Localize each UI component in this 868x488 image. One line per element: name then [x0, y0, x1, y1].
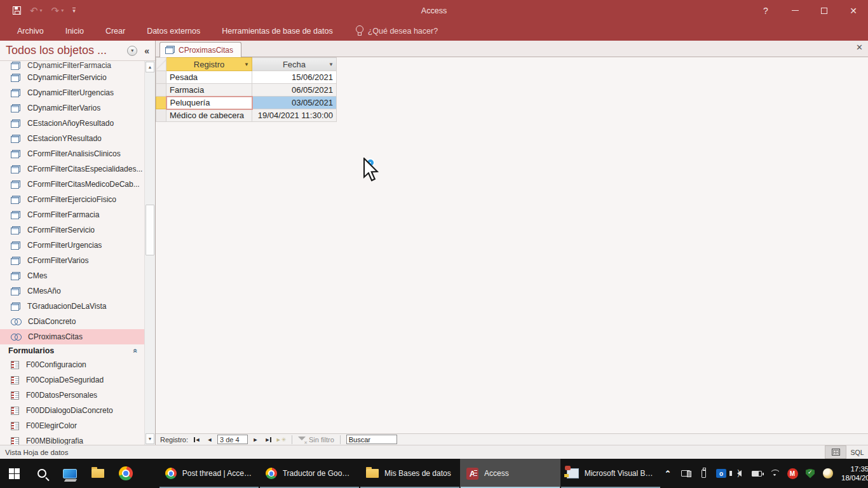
redo-icon[interactable]: ↷▾: [51, 7, 64, 15]
nav-item-f00datospersonales[interactable]: F00DatosPersonales: [0, 388, 144, 403]
datasheet-view-button[interactable]: [825, 445, 846, 459]
scroll-up-icon[interactable]: ▲: [146, 62, 154, 72]
nav-item-cformfiltervarios[interactable]: CFormFilterVarios: [0, 253, 144, 268]
sql-view-button[interactable]: SQL: [846, 445, 868, 459]
nav-item-f00configuracion[interactable]: F00Configuracion: [0, 357, 144, 372]
nav-item-cdiaconcreto[interactable]: CDiaConcreto: [0, 314, 144, 329]
nav-item-cmesaño[interactable]: CMesAño: [0, 283, 144, 299]
tell-me-box[interactable]: ¿Qué desea hacer?: [355, 25, 438, 36]
nav-scrollbar-thumb[interactable]: [146, 205, 154, 255]
nav-item-cformfilterfarmacia[interactable]: CFormFilterFarmacia: [0, 207, 144, 222]
scroll-down-icon[interactable]: ▼: [146, 433, 154, 444]
nav-item-cformfilterservicio[interactable]: CFormFilterServicio: [0, 222, 144, 238]
nav-item-cmes[interactable]: CMes: [0, 268, 144, 283]
battery-tray-icon[interactable]: [750, 466, 764, 480]
usb-tray-icon[interactable]: [696, 466, 710, 480]
nav-item-cformfilterurgencias[interactable]: CFormFilterUrgencias: [0, 238, 144, 253]
nav-item-label: CDynamicFilterFarmacia: [27, 61, 111, 70]
cell-fecha[interactable]: 15/06/2021: [252, 71, 337, 84]
restore-button[interactable]: [810, 0, 839, 21]
row-selector[interactable]: [156, 71, 166, 84]
taskbar-app-vb[interactable]: Microsoft Visual Ba...: [560, 459, 661, 488]
row-selector[interactable]: [156, 109, 166, 122]
cell-registro[interactable]: Farmacia: [166, 84, 252, 97]
nav-pane-collapse-icon[interactable]: «: [142, 46, 151, 56]
row-selector[interactable]: [156, 84, 166, 97]
nav-item-cdynamicfilterfarmacia[interactable]: CDynamicFilterFarmacia: [0, 61, 144, 70]
nav-item-cestacionañoyresultado[interactable]: CEstacionAñoyResultado: [0, 116, 144, 131]
nav-section-formularios[interactable]: Formularios«: [0, 344, 144, 357]
nav-item-cdynamicfiltervarios[interactable]: CDynamicFilterVarios: [0, 100, 144, 116]
taskbar-app-folder[interactable]: Mis Bases de datos: [360, 459, 460, 488]
column-header-registro[interactable]: Registro ▼: [166, 58, 252, 71]
nav-pane-menu-icon[interactable]: ▾: [127, 46, 137, 56]
nav-item-cformfiltercitasespecialidades[interactable]: CFormFilterCitasEspecialidades...: [0, 161, 144, 177]
filter-status[interactable]: Sin filtro: [298, 436, 334, 444]
first-record-icon[interactable]: ◄: [192, 435, 202, 444]
cell-fecha[interactable]: 06/05/2021: [252, 84, 337, 97]
search-input[interactable]: Buscar: [346, 435, 397, 444]
previous-record-icon[interactable]: ◄: [205, 435, 215, 444]
nav-item-tgraduaciondelavista[interactable]: TGraduacionDeLaVista: [0, 299, 144, 314]
customize-qat-icon[interactable]: ▾: [72, 8, 76, 13]
help-button[interactable]: ?: [751, 0, 780, 21]
nav-item-cdynamicfilterurgencias[interactable]: CDynamicFilterUrgencias: [0, 85, 144, 100]
document-tab-cproximascitas[interactable]: CProximasCitas: [159, 42, 241, 57]
tab-crear[interactable]: Crear: [95, 23, 136, 39]
new-record-icon[interactable]: ►✳: [276, 435, 286, 444]
last-record-icon[interactable]: ►: [263, 435, 273, 444]
nav-item-cestacionyresultado[interactable]: CEstacionYResultado: [0, 131, 144, 146]
cell-fecha[interactable]: 19/04/2021 11:30:00: [252, 109, 337, 122]
tab-archivo[interactable]: Archivo: [6, 23, 55, 39]
taskbar-app-access-active[interactable]: AAccess: [460, 459, 560, 488]
tray-expand-icon[interactable]: ⌃: [661, 466, 675, 480]
nav-item-cformfiltercitasmedicodecab[interactable]: CFormFilterCitasMedicoDeCab...: [0, 177, 144, 192]
cell-fecha[interactable]: 03/05/2021: [252, 97, 337, 109]
nav-item-cformfilterejerciciofisico[interactable]: CFormFilterEjercicioFisico: [0, 192, 144, 207]
tab-inicio[interactable]: Inicio: [55, 23, 95, 39]
start-button[interactable]: [0, 459, 28, 488]
file-explorer-button[interactable]: [84, 459, 112, 488]
cell-registro[interactable]: Médico de cabecera: [166, 109, 252, 122]
select-all-corner[interactable]: [156, 58, 166, 71]
column-dropdown-icon[interactable]: ▼: [329, 62, 334, 67]
close-button[interactable]: ✕: [839, 0, 868, 21]
minimize-button[interactable]: [780, 0, 810, 21]
cell-registro[interactable]: Peluquería: [166, 97, 252, 109]
tab-herramientas[interactable]: Herramientas de base de datos: [211, 23, 343, 39]
cell-registro[interactable]: Pesada: [166, 71, 252, 84]
save-icon[interactable]: [13, 6, 21, 15]
nav-item-cdynamicfilterservicio[interactable]: CDynamicFilterServicio: [0, 70, 144, 85]
defender-tray-icon[interactable]: [803, 466, 817, 480]
nav-item-f00ddialogodiaconcreto[interactable]: F00DDialogoDiaConcreto: [0, 403, 144, 418]
nav-item-f00copiadeseguridad[interactable]: F00CopiaDeSeguridad: [0, 372, 144, 388]
undo-icon[interactable]: ↶▾: [30, 7, 43, 15]
chrome-pinned-button[interactable]: [112, 459, 140, 488]
clock-date: 18/04/2021: [841, 473, 868, 482]
nav-item-cproximascitas[interactable]: CProximasCitas: [0, 329, 144, 344]
column-dropdown-icon[interactable]: ▼: [244, 62, 249, 67]
taskbar-search-button[interactable]: [28, 459, 56, 488]
column-header-fecha[interactable]: Fecha ▼: [252, 58, 337, 71]
sphere-tray-icon[interactable]: [821, 466, 835, 480]
document-close-icon[interactable]: ✕: [856, 43, 863, 51]
taskbar-app-chrome[interactable]: Post thread | Acces...: [159, 459, 259, 488]
taskbar-clock[interactable]: 17:35 18/04/2021: [839, 464, 868, 482]
tab-datos-externos[interactable]: Datos externos: [136, 23, 211, 39]
row-selector[interactable]: [156, 97, 166, 109]
volume-tray-icon[interactable]: [732, 466, 746, 480]
wifi-tray-icon[interactable]: [768, 466, 782, 480]
outlook-tray-icon[interactable]: o: [714, 466, 728, 480]
gmail-tray-icon[interactable]: M: [785, 466, 799, 480]
taskbar-app-chrome[interactable]: Traductor de Googl...: [259, 459, 360, 488]
section-collapse-icon[interactable]: «: [132, 349, 140, 353]
taskbar-pc-button[interactable]: [56, 459, 84, 488]
nav-item-f00elegircolor[interactable]: F00ElegirColor: [0, 418, 144, 433]
next-record-icon[interactable]: ►: [250, 435, 261, 444]
record-position[interactable]: 3 de 4: [217, 435, 248, 444]
nav-scrollbar[interactable]: ▲ ▼: [144, 61, 155, 445]
nav-item-f00mbibliografia[interactable]: F00MBibliografia: [0, 433, 144, 445]
display-tray-icon[interactable]: [679, 466, 693, 480]
navigation-pane-title[interactable]: Todos los objetos ...: [6, 44, 127, 57]
nav-item-cformfilteranalisisclinicos[interactable]: CFormFilterAnalisisClinicos: [0, 146, 144, 161]
